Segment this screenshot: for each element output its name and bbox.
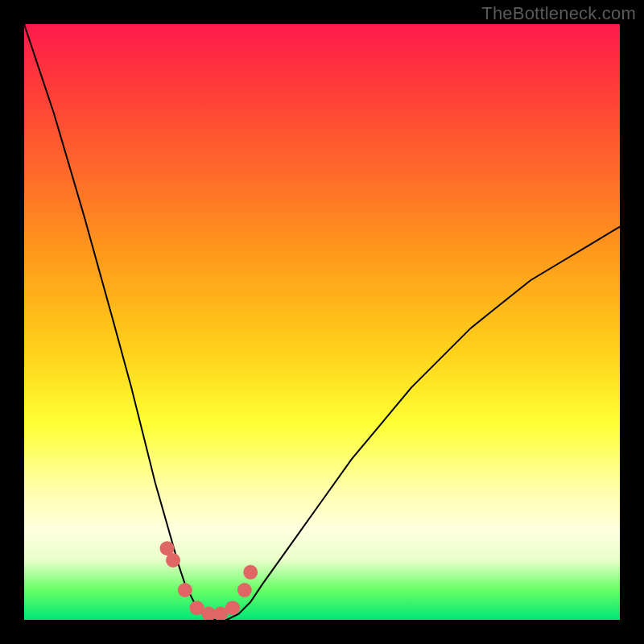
bottleneck-curve-path xyxy=(24,24,620,620)
highlight-dot xyxy=(160,541,175,555)
attribution-text: TheBottleneck.com xyxy=(481,3,636,24)
highlight-dot xyxy=(225,601,240,615)
highlight-dot xyxy=(166,553,180,568)
highlight-dot xyxy=(201,607,216,620)
highlight-dot xyxy=(213,607,228,620)
highlight-dots-group xyxy=(160,541,258,620)
curve-svg xyxy=(24,24,620,620)
highlight-dot xyxy=(190,601,204,615)
plot-area xyxy=(24,24,620,620)
highlight-dot xyxy=(243,565,258,580)
highlight-dot xyxy=(237,583,252,597)
highlight-dot xyxy=(178,583,192,597)
chart-frame: TheBottleneck.com xyxy=(0,0,644,644)
